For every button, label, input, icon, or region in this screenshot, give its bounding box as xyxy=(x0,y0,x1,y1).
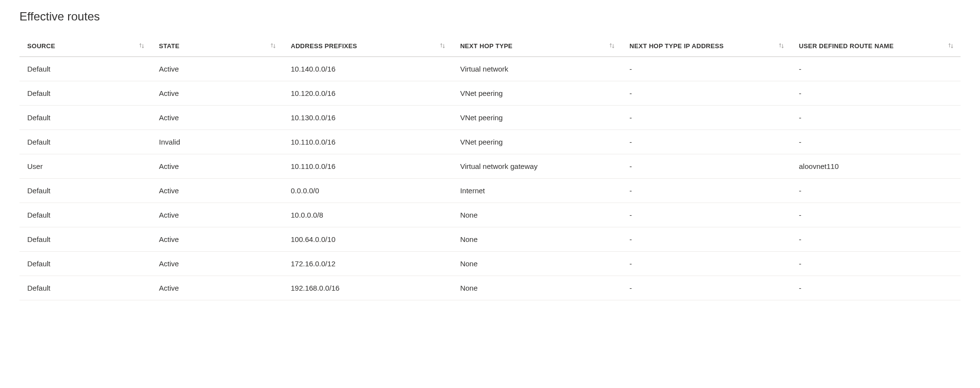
table-row[interactable]: DefaultActive10.140.0.0/16Virtual networ… xyxy=(19,57,961,81)
table-row[interactable]: DefaultActive192.168.0.0/16None-- xyxy=(19,276,961,300)
cell-udr-name: - xyxy=(791,106,961,130)
column-header-udr-name[interactable]: User Defined Route Name xyxy=(791,35,961,57)
cell-source: Default xyxy=(19,57,151,81)
sort-icon xyxy=(948,43,954,49)
cell-address-prefixes: 10.110.0.0/16 xyxy=(283,130,452,154)
table-row[interactable]: DefaultInvalid10.110.0.0/16VNet peering-… xyxy=(19,130,961,154)
cell-next-hop-type: VNet peering xyxy=(452,81,622,106)
cell-address-prefixes: 10.110.0.0/16 xyxy=(283,154,452,179)
cell-next-hop-type: None xyxy=(452,276,622,300)
cell-udr-name: - xyxy=(791,276,961,300)
cell-address-prefixes: 0.0.0.0/0 xyxy=(283,179,452,203)
cell-next-hop-ip: - xyxy=(622,203,791,227)
cell-next-hop-ip: - xyxy=(622,154,791,179)
table-header-row: Source State Address Pre xyxy=(19,35,961,57)
cell-address-prefixes: 10.0.0.0/8 xyxy=(283,203,452,227)
cell-state: Invalid xyxy=(151,130,283,154)
cell-state: Active xyxy=(151,154,283,179)
sort-icon xyxy=(270,43,276,49)
cell-state: Active xyxy=(151,203,283,227)
table-row[interactable]: DefaultActive0.0.0.0/0Internet-- xyxy=(19,179,961,203)
table-row[interactable]: UserActive10.110.0.0/16Virtual network g… xyxy=(19,154,961,179)
cell-next-hop-ip: - xyxy=(622,252,791,276)
cell-next-hop-ip: - xyxy=(622,227,791,252)
cell-next-hop-ip: - xyxy=(622,130,791,154)
cell-source: Default xyxy=(19,81,151,106)
cell-address-prefixes: 10.130.0.0/16 xyxy=(283,106,452,130)
table-row[interactable]: DefaultActive10.0.0.0/8None-- xyxy=(19,203,961,227)
sort-icon xyxy=(139,43,145,49)
cell-next-hop-ip: - xyxy=(622,106,791,130)
cell-next-hop-ip: - xyxy=(622,179,791,203)
cell-source: Default xyxy=(19,252,151,276)
column-header-label: User Defined Route Name xyxy=(799,42,894,50)
cell-state: Active xyxy=(151,227,283,252)
cell-udr-name: - xyxy=(791,203,961,227)
cell-state: Active xyxy=(151,252,283,276)
cell-udr-name: - xyxy=(791,57,961,81)
cell-udr-name: aloovnet110 xyxy=(791,154,961,179)
cell-udr-name: - xyxy=(791,130,961,154)
column-header-next-hop-type[interactable]: Next Hop Type xyxy=(452,35,622,57)
cell-address-prefixes: 100.64.0.0/10 xyxy=(283,227,452,252)
cell-source: Default xyxy=(19,227,151,252)
column-header-state[interactable]: State xyxy=(151,35,283,57)
table-row[interactable]: DefaultActive172.16.0.0/12None-- xyxy=(19,252,961,276)
cell-address-prefixes: 10.120.0.0/16 xyxy=(283,81,452,106)
cell-source: User xyxy=(19,154,151,179)
column-header-next-hop-ip[interactable]: Next Hop Type IP Address xyxy=(622,35,791,57)
cell-address-prefixes: 172.16.0.0/12 xyxy=(283,252,452,276)
cell-address-prefixes: 192.168.0.0/16 xyxy=(283,276,452,300)
cell-source: Default xyxy=(19,106,151,130)
cell-udr-name: - xyxy=(791,81,961,106)
cell-next-hop-type: None xyxy=(452,227,622,252)
cell-state: Active xyxy=(151,57,283,81)
cell-state: Active xyxy=(151,106,283,130)
column-header-label: Next Hop Type xyxy=(460,42,513,50)
cell-state: Active xyxy=(151,276,283,300)
cell-udr-name: - xyxy=(791,227,961,252)
cell-next-hop-type: None xyxy=(452,252,622,276)
sort-icon xyxy=(609,43,615,49)
table-row[interactable]: DefaultActive10.120.0.0/16VNet peering-- xyxy=(19,81,961,106)
cell-udr-name: - xyxy=(791,179,961,203)
cell-source: Default xyxy=(19,203,151,227)
table-row[interactable]: DefaultActive10.130.0.0/16VNet peering-- xyxy=(19,106,961,130)
cell-next-hop-type: None xyxy=(452,203,622,227)
column-header-label: Source xyxy=(27,42,55,50)
cell-state: Active xyxy=(151,179,283,203)
cell-next-hop-type: VNet peering xyxy=(452,106,622,130)
column-header-label: Address Prefixes xyxy=(291,42,357,50)
cell-next-hop-type: VNet peering xyxy=(452,130,622,154)
sort-icon xyxy=(440,43,445,49)
cell-next-hop-ip: - xyxy=(622,276,791,300)
cell-next-hop-ip: - xyxy=(622,81,791,106)
table-row[interactable]: DefaultActive100.64.0.0/10None-- xyxy=(19,227,961,252)
cell-next-hop-type: Virtual network xyxy=(452,57,622,81)
cell-next-hop-type: Internet xyxy=(452,179,622,203)
cell-source: Default xyxy=(19,179,151,203)
page-title: Effective routes xyxy=(19,10,961,23)
column-header-address-prefixes[interactable]: Address Prefixes xyxy=(283,35,452,57)
column-header-source[interactable]: Source xyxy=(19,35,151,57)
column-header-label: Next Hop Type IP Address xyxy=(629,42,723,50)
cell-address-prefixes: 10.140.0.0/16 xyxy=(283,57,452,81)
cell-state: Active xyxy=(151,81,283,106)
cell-source: Default xyxy=(19,276,151,300)
cell-udr-name: - xyxy=(791,252,961,276)
cell-source: Default xyxy=(19,130,151,154)
effective-routes-table: Source State Address Pre xyxy=(19,35,961,300)
column-header-label: State xyxy=(159,42,180,50)
cell-next-hop-ip: - xyxy=(622,57,791,81)
cell-next-hop-type: Virtual network gateway xyxy=(452,154,622,179)
sort-icon xyxy=(778,43,784,49)
